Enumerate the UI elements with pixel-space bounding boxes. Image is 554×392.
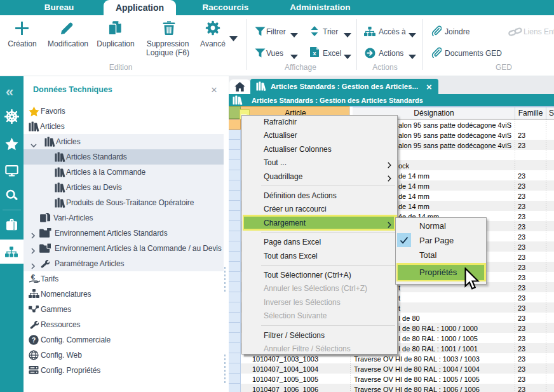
svg-text:?: ? <box>32 336 36 344</box>
svg-text:x: x <box>313 50 316 57</box>
svg-text:€: € <box>31 274 36 281</box>
